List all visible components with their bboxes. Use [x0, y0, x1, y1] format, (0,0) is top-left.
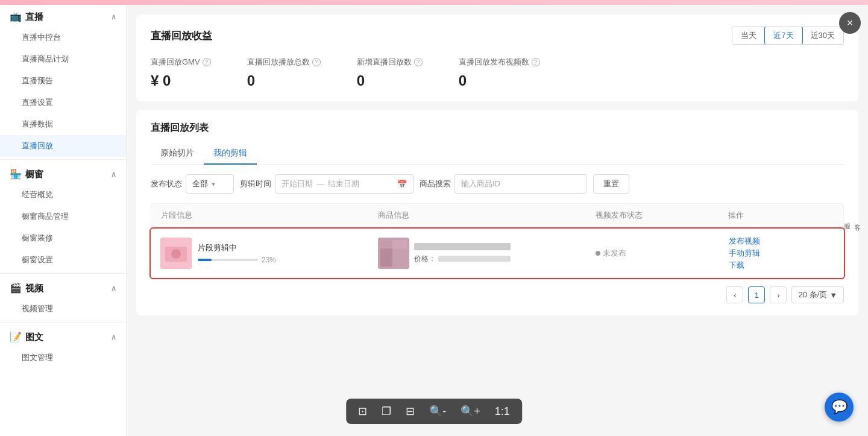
prev-page-button[interactable]: ‹: [726, 286, 743, 303]
metric-2: 新增直播回放数 ? 0: [357, 57, 423, 89]
metric-label-text-1: 直播回放播放总数: [247, 57, 310, 68]
group-label-3: 图文: [25, 332, 43, 342]
sidebar-item-shop-overview[interactable]: 经营概览: [0, 184, 126, 206]
download-link[interactable]: 下载: [729, 260, 834, 271]
status-filter-label: 发布状态: [151, 179, 182, 189]
group-label-1: 橱窗: [25, 169, 43, 179]
date-start-placeholder: 开始日期: [281, 179, 313, 189]
metric-label-0: 直播回放GMV ?: [151, 57, 211, 68]
metric-label-text-3: 直播回放发布视频数: [459, 57, 529, 68]
close-button[interactable]: ×: [839, 12, 861, 34]
group-label-2: 视频: [25, 283, 43, 293]
info-icon-2[interactable]: ?: [414, 58, 423, 66]
sidebar-group-3[interactable]: 📝图文∧: [0, 325, 126, 347]
time-filter-btn-2[interactable]: 近30天: [802, 27, 843, 44]
sidebar: 📺直播∧直播中控台直播商品计划直播预告直播设置直播数据直播回放🏪橱窗∧经营概览橱…: [0, 5, 127, 436]
list-title: 直播回放列表: [151, 122, 844, 134]
sidebar-item-live-control[interactable]: 直播中控台: [0, 27, 126, 48]
ratio-icon[interactable]: 1:1: [495, 405, 510, 418]
toolbar: ⊡ ❐ ⊟ 🔍- 🔍+ 1:1: [346, 399, 522, 424]
current-page-button[interactable]: 1: [748, 286, 765, 303]
calendar-icon: 📅: [397, 180, 407, 189]
date-range-input[interactable]: 开始日期 — 结束日期 📅: [275, 174, 414, 194]
status-text: 未发布: [603, 248, 626, 259]
sidebar-item-shop-product-manage[interactable]: 橱窗商品管理: [0, 206, 126, 227]
info-icon-0[interactable]: ?: [203, 58, 211, 66]
metric-3: 直播回放发布视频数 ? 0: [459, 57, 540, 89]
status-dot: [596, 251, 600, 256]
sidebar-item-live-preview[interactable]: 直播预告: [0, 70, 126, 92]
info-icon-1[interactable]: ?: [312, 58, 321, 66]
sidebar-divider: [0, 322, 126, 323]
close-icon: ×: [847, 17, 854, 30]
metric-value-3: 0: [459, 72, 540, 89]
publish-video-link[interactable]: 发布视频: [729, 236, 834, 247]
revenue-card: 直播回放收益 当天近7天近30天 直播回放GMV ? ¥ 0 直播回放播放总数 …: [136, 14, 858, 101]
table-header-3: 操作: [728, 210, 834, 221]
table-row: 片段剪辑中 23%: [149, 227, 845, 279]
status-chevron-icon: ▼: [210, 181, 216, 188]
product-image: [378, 238, 409, 269]
collapse-icon-2: ∧: [111, 284, 116, 292]
copy-icon[interactable]: ❐: [382, 405, 391, 418]
group-icon-0: 📺: [10, 11, 22, 22]
product-price-blurred: [438, 256, 511, 262]
sidebar-divider: [0, 273, 126, 274]
date-separator: —: [316, 180, 324, 189]
metric-0: 直播回放GMV ? ¥ 0: [151, 57, 211, 89]
clip-status: 片段剪辑中 23%: [198, 242, 276, 264]
status-filter-group: 发布状态 全部 ▼: [151, 174, 234, 194]
sidebar-group-1[interactable]: 🏪橱窗∧: [0, 162, 126, 184]
metric-value-2: 0: [357, 72, 423, 89]
date-filter-group: 剪辑时间 开始日期 — 结束日期 📅: [240, 174, 414, 194]
search-placeholder: 输入商品ID: [461, 179, 500, 189]
sidebar-item-video-manage[interactable]: 视频管理: [0, 298, 126, 320]
collapse-icon-1: ∧: [111, 170, 116, 179]
manual-clip-link[interactable]: 手动剪辑: [729, 248, 834, 259]
group-icon-3: 📝: [10, 332, 22, 342]
progress-text: 23%: [262, 256, 276, 264]
chat-button[interactable]: 💬: [825, 393, 854, 422]
table-header-0: 片段信息: [161, 210, 372, 221]
clip-info: 片段剪辑中 23%: [160, 238, 372, 269]
next-page-button[interactable]: ›: [770, 286, 787, 303]
expand-icon[interactable]: ⊡: [358, 405, 367, 418]
delete-icon[interactable]: ⊟: [406, 405, 415, 418]
date-filter-label: 剪辑时间: [240, 179, 271, 189]
time-filter-btn-0[interactable]: 当天: [732, 27, 765, 44]
search-input[interactable]: 输入商品ID: [454, 174, 587, 194]
sidebar-item-live-product-plan[interactable]: 直播商品计划: [0, 48, 126, 70]
tab-0[interactable]: 原始切片: [151, 143, 204, 165]
metric-label-1: 直播回放播放总数 ?: [247, 57, 321, 68]
progress-bar: [198, 259, 258, 261]
sidebar-item-image-text-manage[interactable]: 图文管理: [0, 347, 126, 368]
zoom-out-icon[interactable]: 🔍-: [429, 405, 446, 418]
zoom-in-icon[interactable]: 🔍+: [461, 405, 480, 418]
sidebar-item-shop-decor[interactable]: 橱窗装修: [0, 227, 126, 249]
revenue-title: 直播回放收益: [151, 29, 212, 43]
date-end-placeholder: 结束日期: [328, 179, 359, 189]
sidebar-item-live-settings[interactable]: 直播设置: [0, 92, 126, 113]
per-page-select[interactable]: 20 条/页 ▼: [791, 286, 844, 303]
search-filter-group: 商品搜索 输入商品ID: [420, 174, 587, 194]
revenue-metrics: 直播回放GMV ? ¥ 0 直播回放播放总数 ? 0 新增直播回放数 ? 0 直…: [151, 57, 844, 89]
reset-button[interactable]: 重置: [593, 174, 629, 194]
info-icon-3[interactable]: ?: [532, 58, 540, 66]
table-header: 片段信息商品信息视频发布状态操作: [151, 203, 844, 227]
sidebar-item-live-replay[interactable]: 直播回放: [0, 135, 126, 157]
per-page-chevron-icon: ▼: [829, 291, 837, 300]
search-filter-label: 商品搜索: [420, 179, 451, 189]
time-filter-btn-1[interactable]: 近7天: [764, 27, 802, 45]
sidebar-item-live-data[interactable]: 直播数据: [0, 113, 126, 135]
sidebar-group-0[interactable]: 📺直播∧: [0, 5, 126, 27]
clip-name: 片段剪辑中: [198, 242, 276, 253]
list-card: 直播回放列表 原始切片我的剪辑 发布状态 全部 ▼ 剪辑时间 开始日期 — 结束…: [136, 110, 858, 315]
product-details: 价格：: [414, 243, 511, 264]
product-name-blurred: [414, 243, 511, 250]
metric-label-3: 直播回放发布视频数 ?: [459, 57, 540, 68]
status-select[interactable]: 全部 ▼: [186, 174, 234, 194]
sidebar-item-shop-settings[interactable]: 橱窗设置: [0, 249, 126, 271]
sidebar-group-2[interactable]: 🎬视频∧: [0, 276, 126, 298]
pagination: ‹ 1 › 20 条/页 ▼: [151, 286, 844, 303]
tab-1[interactable]: 我的剪辑: [204, 143, 257, 165]
